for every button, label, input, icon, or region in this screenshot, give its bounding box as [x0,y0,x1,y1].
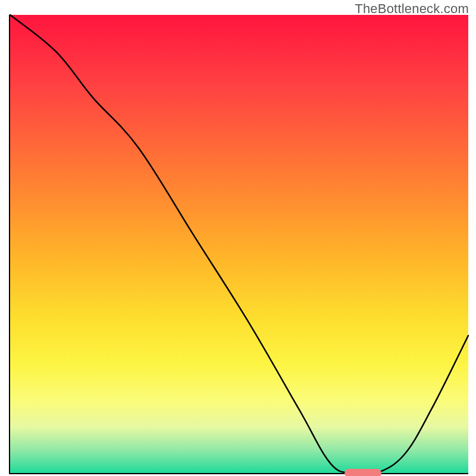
plot-area [9,15,468,474]
curve-svg [10,15,468,473]
bottleneck-curve [10,15,468,475]
chart-container: TheBottleneck.com [0,0,476,476]
optimal-marker [345,469,381,476]
